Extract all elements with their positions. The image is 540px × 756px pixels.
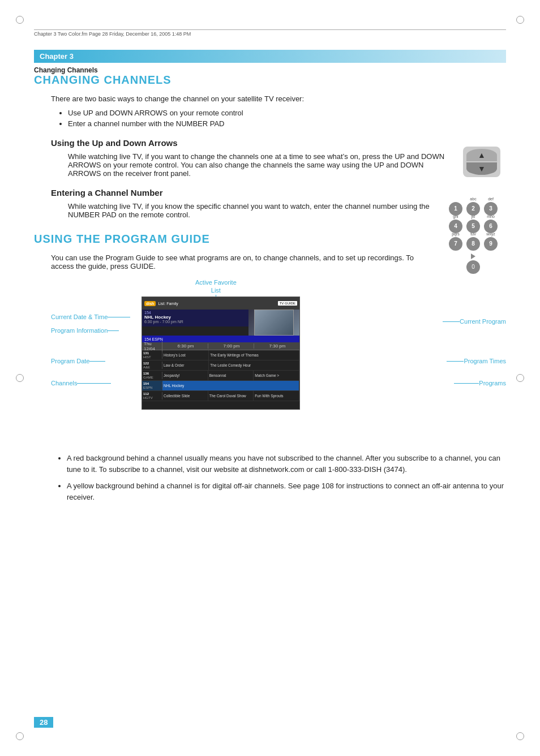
guide-row-cell-4-1: The Carol Duval Show bbox=[208, 391, 254, 401]
section-title-program-guide: Using the Program Guide bbox=[34, 233, 506, 246]
guide-tv-image-inner bbox=[254, 310, 294, 336]
guide-row-ch-0: 131 HIST bbox=[142, 351, 162, 359]
numpad-alpha-4: ghi bbox=[453, 214, 458, 218]
guide-row-cell-3-0: NHL Hockey bbox=[162, 381, 299, 390]
guide-bottom-bullets: A red background behind a channel usuall… bbox=[51, 453, 506, 502]
guide-row-cell-1-0: Law & Order bbox=[162, 360, 209, 370]
guide-row-cell-2-2: Match Game > bbox=[254, 371, 299, 380]
guide-row-cell-2-0: Jeopardy! bbox=[162, 371, 208, 380]
guide-grid-col-t2: 7:00 pm bbox=[208, 343, 254, 349]
numpad-alpha-2: abc bbox=[470, 197, 476, 201]
guide-row-cell-0-1: The Early Writings of Thomas bbox=[209, 350, 299, 360]
guide-grid-row-4: 112 HGTV Collectible Slide The Carol Duv… bbox=[142, 391, 299, 401]
down-arrow-btn: ▼ bbox=[466, 162, 497, 175]
corner-mark-tl bbox=[16, 16, 24, 24]
section-title-text-guide: Using the Program Guide bbox=[34, 233, 210, 245]
numpad-btn-5: 5 bbox=[466, 220, 480, 233]
numpad-cell: 0 bbox=[465, 254, 481, 274]
bullet-item: Enter a channel number with the NUMBER P… bbox=[68, 119, 506, 128]
up-arrow-icon: ▲ bbox=[478, 151, 486, 160]
subsection-arrows: Using the Up and Down Arrows ▲ ▼ While w… bbox=[34, 138, 506, 178]
subsection-channel-number-title: Entering a Channel Number bbox=[51, 188, 506, 197]
callout-channels-line bbox=[77, 383, 111, 384]
ch-name-3: ESPN bbox=[143, 386, 162, 390]
down-arrow-icon: ▼ bbox=[478, 164, 486, 173]
section-title-text: Changing Channels bbox=[34, 74, 172, 86]
numpad-table: 1 abc 2 def 3 bbox=[446, 199, 500, 276]
changing-channels-intro: There are two basic ways to change the c… bbox=[51, 94, 506, 103]
guide-program-name: NHL Hockey bbox=[144, 315, 246, 320]
numpad-btn-7: 7 bbox=[449, 237, 462, 251]
corner-mark-br bbox=[516, 732, 524, 740]
guide-grid-row-1: 122 A&E Law & Order The Leslie Comedy Ho… bbox=[142, 360, 299, 371]
bullet-item: Use UP and DOWN ARROWS on your remote co… bbox=[68, 109, 506, 117]
callout-channels-label: Channels bbox=[51, 380, 77, 386]
chapter-bar: Chapter 3 bbox=[34, 50, 506, 63]
callout-program-info: Program Information bbox=[51, 326, 108, 334]
callout-program-info-label: Program Information bbox=[51, 327, 108, 334]
subsection-arrows-title: Using the Up and Down Arrows bbox=[51, 138, 506, 148]
guide-espn-bar: 154 ESPN bbox=[142, 336, 299, 342]
callout-program-times: Program Times bbox=[464, 356, 506, 365]
guide-time-range: 6:30 pm - 7:00 pm NR bbox=[144, 320, 246, 324]
subsection-channel-number: Entering a Channel Number 1 abc bbox=[34, 188, 506, 219]
guide-now-playing: 154 NHL Hockey 6:30 pm - 7:00 pm NR bbox=[142, 310, 248, 327]
ch-num-0: 131 bbox=[143, 351, 162, 355]
numpad-alpha-5: jkl bbox=[472, 214, 475, 218]
guide-row-cell-0-0: History's Lost bbox=[162, 350, 209, 360]
guide-now-playing-row: 154 NHL Hockey 6:30 pm - 7:00 pm NR bbox=[142, 310, 299, 336]
guide-grid-col-t3: 7:30 pm bbox=[254, 343, 299, 349]
callout-programs-label: Programs bbox=[479, 380, 506, 386]
numpad-alpha-1 bbox=[455, 197, 456, 201]
ch-num-3: 154 bbox=[143, 382, 162, 386]
dish-logo-text: dish bbox=[146, 302, 154, 306]
guide-grid-row-3: 154 ESPN NHL Hockey bbox=[142, 381, 299, 391]
callout-date-time: Current Date & Time bbox=[51, 312, 108, 321]
guide-grid-row-2: 136 GAME Jeopardy! Bensonrat Match Game … bbox=[142, 371, 299, 381]
ch-num-4: 112 bbox=[143, 392, 162, 396]
guide-grid-row-0: 131 HIST History's Lost The Early Writin… bbox=[142, 350, 299, 360]
numpad-btn-1: 1 bbox=[449, 202, 462, 216]
guide-screenshot: dish List: Family TV GUIDE 154 bbox=[142, 297, 300, 410]
numpad-cell: pqrs 7 bbox=[448, 236, 464, 252]
callout-program-date-label: Program Date bbox=[51, 358, 89, 364]
guide-grid-col-t1: 6:30 pm bbox=[162, 343, 208, 349]
guide-row-ch-2: 136 GAME bbox=[142, 372, 162, 379]
guide-list-label: List: Family bbox=[158, 302, 275, 306]
guide-row-cell-4-2: Fun With Sprouts bbox=[254, 391, 299, 401]
callout-channels: Channels bbox=[51, 379, 77, 387]
callout-program-times-line bbox=[447, 361, 464, 362]
guide-grid-header: Thu 12/04 6:30 pm 7:00 pm 7:30 pm bbox=[142, 342, 299, 350]
numpad-graphic: 1 abc 2 def 3 bbox=[446, 199, 500, 276]
numpad-btn-9: 9 bbox=[484, 237, 498, 251]
guide-header: dish List: Family TV GUIDE bbox=[142, 297, 299, 310]
guide-bullet-0: A red background behind a channel usuall… bbox=[67, 453, 506, 475]
numpad-btn-2: 2 bbox=[466, 202, 480, 216]
numpad-cell: wxyz 9 bbox=[483, 236, 499, 252]
changing-channels-bullets: Use UP and DOWN ARROWS on your remote co… bbox=[68, 109, 506, 128]
guide-grid-col-ch: Thu 12/04 bbox=[142, 341, 162, 351]
section-program-guide: Using the Program Guide You can use the … bbox=[34, 233, 506, 502]
guide-channel-num: 154 bbox=[144, 311, 246, 315]
guide-row-cell-1-1: The Leslie Comedy Hour bbox=[209, 360, 299, 370]
corner-mark-mr bbox=[516, 374, 524, 382]
subsection-channel-number-body: While watching live TV, if you know the … bbox=[68, 202, 489, 219]
guide-row-cell-4-0: Collectible Slide bbox=[162, 391, 208, 401]
section-title-changing-channels: Changing Channels bbox=[34, 74, 506, 87]
chapter-header: Chapter 3 Changing Channels bbox=[34, 50, 506, 74]
guide-row-ch-1: 122 A&E bbox=[142, 362, 162, 369]
page-number: 28 bbox=[34, 717, 53, 728]
corner-mark-ml bbox=[16, 374, 24, 382]
file-info: Chapter 3 Two Color.fm Page 28 Friday, D… bbox=[34, 31, 191, 37]
callout-date-time-label: Current Date & Time bbox=[51, 313, 108, 320]
numpad-alpha-8: tuv bbox=[470, 232, 475, 236]
guide-row-ch-3: 154 ESPN bbox=[142, 382, 162, 389]
numpad-alpha-7: pqrs bbox=[452, 232, 460, 236]
chapter-number: Chapter 3 bbox=[40, 52, 74, 61]
ch-name-2: GAME bbox=[143, 376, 162, 380]
callout-active-favorite-label: Active FavoriteList bbox=[195, 278, 237, 295]
callout-current-program-label: Current Program bbox=[460, 318, 506, 325]
callout-programs: Programs bbox=[479, 379, 506, 387]
play-icon bbox=[471, 254, 475, 259]
ch-name-1: A&E bbox=[143, 366, 162, 370]
